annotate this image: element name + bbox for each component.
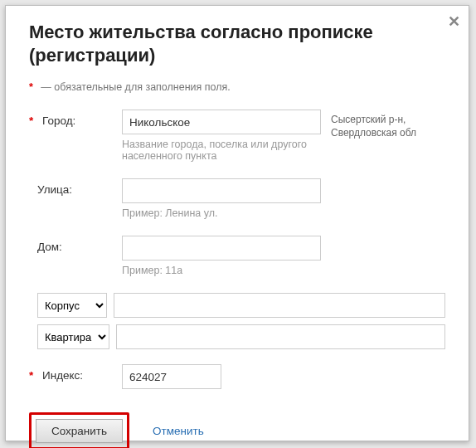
city-hint: Название города, поселка или другого нас… xyxy=(122,139,321,162)
row-street: Улица: Пример: Ленина ул. xyxy=(29,178,445,231)
required-note-text: — обязательные для заполнения поля. xyxy=(41,81,230,93)
street-input[interactable] xyxy=(122,178,321,203)
button-row: Сохранить Отменить xyxy=(29,412,445,448)
row-korpus: Корпус xyxy=(29,293,445,318)
asterisk-icon: * xyxy=(29,114,37,127)
required-note: * — обязательные для заполнения поля. xyxy=(29,81,445,93)
label-house-text: Дом: xyxy=(37,241,62,253)
street-hint: Пример: Ленина ул. xyxy=(122,207,321,219)
korpus-select[interactable]: Корпус xyxy=(37,293,107,318)
label-index: * Индекс: xyxy=(29,364,122,382)
city-input[interactable] xyxy=(122,110,321,134)
save-highlight-box: Сохранить xyxy=(29,412,129,448)
house-input[interactable] xyxy=(122,236,321,261)
korpus-input[interactable] xyxy=(114,293,445,318)
label-city-text: Город: xyxy=(42,114,75,127)
row-index: * Индекс: xyxy=(29,364,445,389)
address-modal: ✕ Место жительства согласно прописке (ре… xyxy=(5,5,469,441)
cancel-link[interactable]: Отменить xyxy=(153,425,204,437)
row-house: Дом: Пример: 11а xyxy=(29,236,445,288)
region-text: Сысертский р-н, Свердловская обл xyxy=(321,110,445,139)
label-city: * Город: xyxy=(29,110,122,127)
label-street: Улица: xyxy=(29,178,122,196)
label-street-text: Улица: xyxy=(37,183,72,196)
row-kvartira: Квартира xyxy=(29,324,445,349)
asterisk-icon: * xyxy=(29,369,37,382)
modal-title: Место жительства согласно прописке (реги… xyxy=(29,21,445,66)
row-city: * Город: Название города, поселка или др… xyxy=(29,110,445,173)
kvartira-select[interactable]: Квартира xyxy=(37,324,109,349)
label-house: Дом: xyxy=(29,236,122,253)
close-icon[interactable]: ✕ xyxy=(448,12,460,31)
save-button[interactable]: Сохранить xyxy=(36,419,123,443)
kvartira-input[interactable] xyxy=(116,324,445,349)
asterisk-icon: * xyxy=(29,81,33,93)
index-input[interactable] xyxy=(122,364,221,389)
house-hint: Пример: 11а xyxy=(122,265,321,276)
label-index-text: Индекс: xyxy=(42,369,83,382)
